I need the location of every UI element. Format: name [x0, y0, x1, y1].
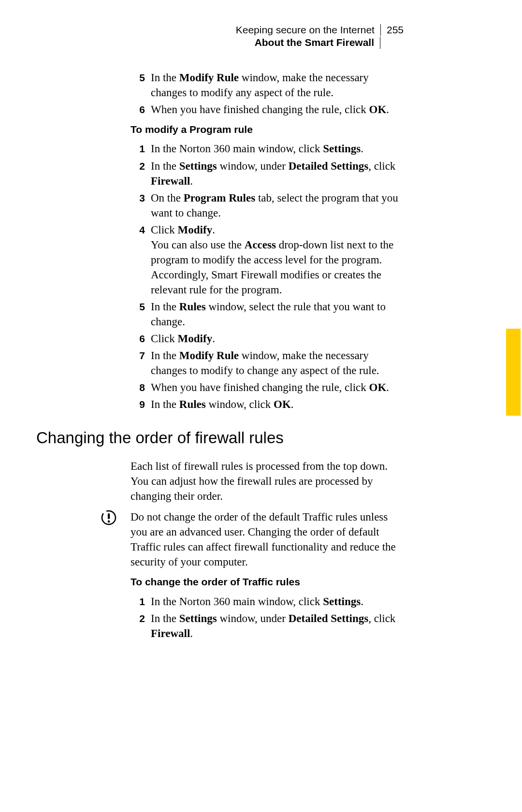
step-text: Click Modify.You can also use the Access…	[145, 222, 406, 297]
page-edge-tab	[506, 329, 521, 416]
list-item: 2In the Settings window, under Detailed …	[130, 611, 406, 641]
warning-icon	[101, 509, 117, 526]
step-number: 1	[130, 594, 145, 609]
step-number: 2	[130, 159, 145, 188]
page-content: 5In the Modify Rule window, make the nec…	[130, 70, 406, 643]
step-number: 7	[130, 348, 145, 378]
step-number: 4	[130, 222, 145, 297]
chapter-title: Keeping secure on the Internet	[236, 24, 375, 36]
step-text: In the Norton 360 main window, click Set…	[145, 141, 406, 156]
header-divider	[380, 24, 381, 36]
step-number: 9	[130, 397, 145, 412]
step-number: 5	[130, 70, 145, 100]
header-line-1: Keeping secure on the Internet 255	[236, 24, 404, 36]
list-item: 1In the Norton 360 main window, click Se…	[130, 594, 406, 609]
svg-rect-1	[108, 513, 110, 519]
step-text: In the Modify Rule window, make the nece…	[145, 348, 406, 378]
header-divider-2	[380, 37, 380, 49]
list-item: 6When you have finished changing the rul…	[130, 102, 406, 117]
svg-point-2	[108, 521, 110, 523]
list-item: 8When you have finished changing the rul…	[130, 380, 406, 395]
warning-block: Do not change the order of the default T…	[130, 509, 406, 569]
step-number: 1	[130, 141, 145, 156]
list-item: 9In the Rules window, click OK.	[130, 397, 406, 412]
document-page: Keeping secure on the Internet 255 About…	[0, 0, 522, 812]
step-text: When you have finished changing the rule…	[145, 380, 406, 395]
step-number: 3	[130, 190, 145, 220]
list-item: 6Click Modify.	[130, 331, 406, 346]
list-item: 7In the Modify Rule window, make the nec…	[130, 348, 406, 378]
step-text: In the Settings window, under Detailed S…	[145, 159, 406, 188]
step-number: 6	[130, 331, 145, 346]
procedure-heading-change-order: To change the order of Traffic rules	[130, 575, 406, 589]
continued-steps-list: 5In the Modify Rule window, make the nec…	[130, 70, 406, 117]
header-subtitle: About the Smart Firewall	[255, 37, 374, 49]
step-number: 8	[130, 380, 145, 395]
list-item: 5In the Modify Rule window, make the nec…	[130, 70, 406, 100]
list-item: 3On the Program Rules tab, select the pr…	[130, 190, 406, 220]
step-text: In the Norton 360 main window, click Set…	[145, 594, 406, 609]
list-item: 4Click Modify.You can also use the Acces…	[130, 222, 406, 297]
step-number: 6	[130, 102, 145, 117]
step-text: When you have finished changing the rule…	[145, 102, 406, 117]
list-item: 2In the Settings window, under Detailed …	[130, 159, 406, 188]
step-text: In the Settings window, under Detailed S…	[145, 611, 406, 641]
intro-paragraph: Each list of firewall rules is processed…	[130, 459, 406, 504]
change-order-traffic-rules-steps: 1In the Norton 360 main window, click Se…	[130, 594, 406, 641]
step-text: In the Rules window, click OK.	[145, 397, 406, 412]
page-header: Keeping secure on the Internet 255 About…	[236, 24, 404, 49]
step-text: On the Program Rules tab, select the pro…	[145, 190, 406, 220]
warning-paragraph: Do not change the order of the default T…	[130, 509, 406, 569]
procedure-heading-modify-program-rule: To modify a Program rule	[130, 123, 406, 136]
header-line-2: About the Smart Firewall 255	[236, 37, 404, 49]
modify-program-rule-steps: 1In the Norton 360 main window, click Se…	[130, 141, 406, 412]
step-text: In the Rules window, select the rule tha…	[145, 299, 406, 329]
section-heading: Changing the order of firewall rules	[36, 427, 404, 449]
step-text: In the Modify Rule window, make the nece…	[145, 70, 406, 100]
step-number: 5	[130, 299, 145, 329]
list-item: 1In the Norton 360 main window, click Se…	[130, 141, 406, 156]
list-item: 5In the Rules window, select the rule th…	[130, 299, 406, 329]
step-number: 2	[130, 611, 145, 641]
page-number: 255	[387, 24, 404, 36]
step-text: Click Modify.	[145, 331, 406, 346]
